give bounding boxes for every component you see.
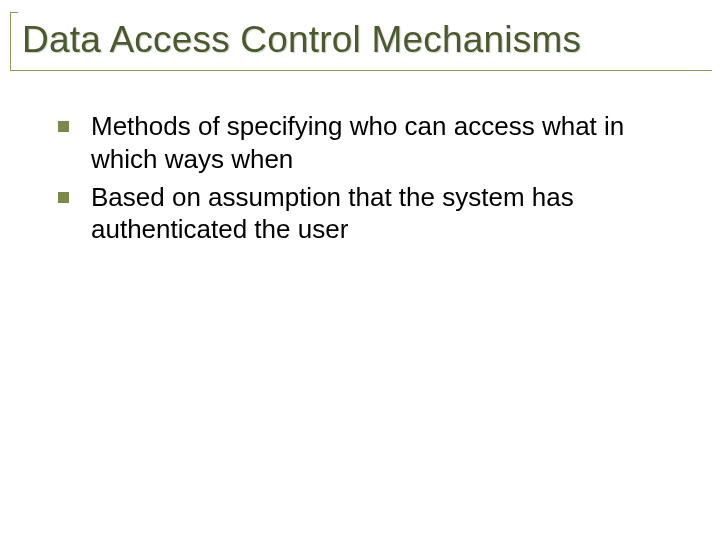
list-item-text: Based on assumption that the system has … — [91, 181, 680, 245]
title-rule-segment-top — [10, 12, 18, 13]
list-item: Methods of specifying who can access wha… — [58, 110, 680, 174]
title-container: Data Access Control Mechanisms — [0, 0, 720, 72]
page-title: Data Access Control Mechanisms — [22, 18, 698, 62]
list-item: Based on assumption that the system has … — [58, 181, 680, 245]
square-bullet-icon — [58, 121, 69, 132]
list-item-text: Methods of specifying who can access wha… — [91, 110, 680, 174]
slide-container: Data Access Control Mechanisms Methods o… — [0, 0, 720, 540]
title-rule-segment-bottom — [10, 70, 712, 71]
square-bullet-icon — [58, 192, 69, 203]
title-rule-segment-left — [10, 12, 11, 70]
body-area: Methods of specifying who can access wha… — [0, 72, 720, 245]
